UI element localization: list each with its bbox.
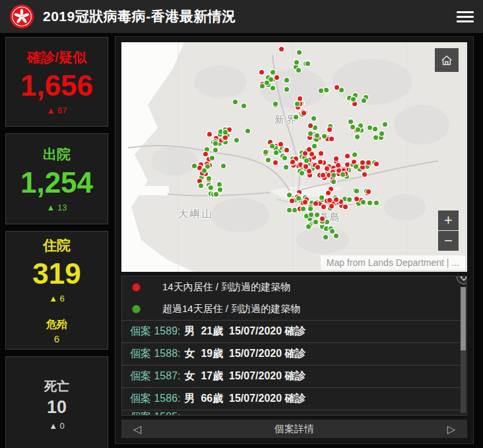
case-location-dot[interactable] (326, 191, 331, 195)
case-location-dot[interactable] (351, 97, 356, 102)
case-location-dot[interactable] (379, 131, 384, 136)
case-location-dot[interactable] (308, 123, 313, 128)
case-location-dot[interactable] (319, 151, 323, 156)
case-location-dot[interactable] (343, 205, 348, 209)
case-location-dot[interactable] (323, 235, 328, 240)
case-location-dot[interactable] (313, 201, 318, 206)
case-location-dot[interactable] (342, 197, 347, 201)
case-location-dot[interactable] (327, 127, 332, 132)
case-location-dot[interactable] (325, 166, 329, 171)
menu-icon[interactable] (457, 9, 474, 24)
case-location-dot[interactable] (373, 127, 377, 131)
zoom-in-button[interactable]: + (438, 210, 459, 230)
case-location-dot[interactable] (210, 156, 214, 160)
case-location-dot[interactable] (297, 50, 302, 55)
case-location-dot[interactable] (334, 234, 338, 238)
case-location-dot[interactable] (273, 102, 278, 106)
case-location-dot[interactable] (207, 132, 212, 137)
case-location-dot[interactable] (319, 195, 324, 200)
case-location-dot[interactable] (300, 171, 304, 176)
case-location-dot[interactable] (315, 212, 319, 217)
case-location-dot[interactable] (290, 160, 295, 164)
case-location-dot[interactable] (366, 189, 371, 194)
case-location-dot[interactable] (205, 164, 210, 169)
case-location-dot[interactable] (234, 138, 239, 143)
case-location-dot[interactable] (379, 135, 383, 140)
case-location-dot[interactable] (295, 102, 300, 106)
case-location-dot[interactable] (287, 193, 292, 197)
case-location-dot[interactable] (331, 179, 336, 184)
case-location-dot[interactable] (199, 183, 203, 188)
case-location-dot[interactable] (350, 125, 355, 129)
case-location-dot[interactable] (347, 197, 352, 202)
case-location-dot[interactable] (292, 208, 297, 212)
case-location-dot[interactable] (345, 154, 350, 158)
case-location-dot[interactable] (233, 100, 238, 104)
case-location-dot[interactable] (304, 164, 308, 169)
case-location-dot[interactable] (274, 75, 279, 80)
case-location-dot[interactable] (325, 220, 329, 224)
case-location-dot[interactable] (227, 127, 232, 132)
case-location-dot[interactable] (308, 207, 313, 211)
case-row[interactable]: 個案 1589:男 21歲 15/07/2020 確診 (122, 320, 467, 342)
case-location-dot[interactable] (260, 84, 265, 88)
case-location-dot[interactable] (348, 119, 353, 124)
case-location-dot[interactable] (306, 61, 310, 66)
case-location-dot[interactable] (330, 229, 335, 234)
scrollbar-thumb[interactable] (461, 287, 466, 350)
map-canvas[interactable]: 新界大嶼山香港島 + − Map from Lands Department |… (121, 42, 467, 272)
case-location-dot[interactable] (307, 147, 311, 152)
case-location-dot[interactable] (307, 173, 312, 177)
case-location-dot[interactable] (203, 152, 208, 156)
case-location-dot[interactable] (315, 133, 319, 138)
case-location-dot[interactable] (271, 86, 275, 90)
case-location-dot[interactable] (202, 168, 207, 173)
case-location-dot[interactable] (270, 144, 274, 148)
case-location-dot[interactable] (345, 162, 350, 167)
case-location-dot[interactable] (303, 200, 307, 205)
prev-page-icon[interactable]: ◁ (129, 420, 145, 438)
case-location-dot[interactable] (307, 135, 312, 140)
case-location-dot[interactable] (331, 173, 336, 177)
case-location-dot[interactable] (368, 201, 372, 205)
case-location-dot[interactable] (284, 165, 288, 170)
case-location-dot[interactable] (309, 212, 313, 217)
case-location-dot[interactable] (217, 182, 222, 187)
case-location-dot[interactable] (213, 141, 218, 146)
case-location-dot[interactable] (192, 164, 197, 168)
case-location-dot[interactable] (298, 96, 302, 101)
case-location-dot[interactable] (374, 162, 379, 166)
case-location-dot[interactable] (321, 173, 325, 177)
case-location-dot[interactable] (322, 134, 327, 139)
case-row[interactable]: 個案 1585: (122, 410, 467, 416)
case-location-dot[interactable] (266, 158, 271, 162)
case-location-dot[interactable] (365, 164, 370, 169)
case-location-dot[interactable] (304, 158, 309, 163)
case-location-dot[interactable] (296, 68, 301, 73)
case-location-dot[interactable] (355, 135, 360, 139)
case-location-dot[interactable] (221, 164, 226, 168)
case-location-dot[interactable] (329, 137, 334, 141)
case-location-dot[interactable] (294, 115, 298, 119)
case-location-dot[interactable] (312, 144, 317, 148)
case-location-dot[interactable] (306, 224, 311, 229)
case-location-dot[interactable] (214, 192, 218, 197)
case-location-dot[interactable] (354, 197, 359, 201)
case-location-dot[interactable] (313, 220, 318, 224)
case-location-dot[interactable] (314, 137, 319, 142)
home-extent-button[interactable] (435, 48, 459, 72)
case-location-dot[interactable] (352, 152, 357, 157)
case-id-link[interactable]: 個案 1585: (130, 410, 180, 416)
case-location-dot[interactable] (209, 185, 213, 190)
case-location-dot[interactable] (334, 156, 338, 161)
case-location-dot[interactable] (354, 164, 358, 169)
case-location-dot[interactable] (339, 88, 344, 92)
case-location-dot[interactable] (287, 208, 292, 212)
case-location-dot[interactable] (223, 130, 228, 135)
case-id-link[interactable]: 個案 1586: (130, 392, 180, 406)
case-location-dot[interactable] (271, 70, 275, 75)
case-location-dot[interactable] (313, 125, 317, 130)
list-scrollbar[interactable] (461, 287, 466, 413)
case-location-dot[interactable] (290, 199, 294, 203)
case-location-dot[interactable] (362, 98, 366, 103)
